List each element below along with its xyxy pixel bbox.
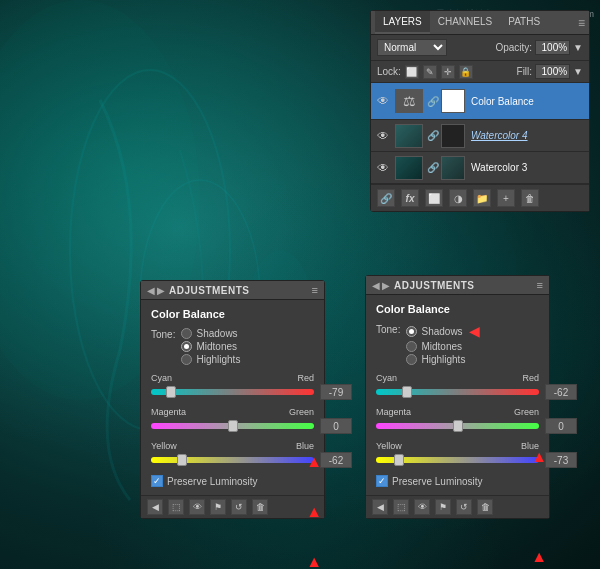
cyan-value-right: -62 — [545, 384, 577, 400]
tab-paths[interactable]: PATHS — [500, 11, 548, 34]
opacity-label: Opacity: — [495, 42, 532, 53]
adj-back-icon-right[interactable]: ◀ — [372, 499, 388, 515]
radio-highlights-right[interactable] — [406, 354, 417, 365]
layers-panel: LAYERS CHANNELS PATHS ≡ Normal Opacity: … — [370, 10, 590, 212]
yellow-blue-thumb-left[interactable] — [177, 454, 187, 466]
adj-delete-icon-left[interactable]: 🗑 — [252, 499, 268, 515]
tone-midtones-right[interactable]: Midtones — [406, 341, 479, 352]
fx-icon[interactable]: fx — [401, 189, 419, 207]
cyan-red-track-bg-left — [151, 389, 314, 395]
blue-label-right: Blue — [521, 441, 539, 451]
layer-effect-bar-0 — [579, 86, 585, 116]
fill-input[interactable] — [535, 64, 570, 79]
adj-back-icon-left[interactable]: ◀ — [147, 499, 163, 515]
layer-row-watercolor4[interactable]: 👁 🔗 Watercolor 4 — [371, 120, 589, 152]
green-label-left: Green — [289, 407, 314, 417]
tone-shadows-label-left: Shadows — [196, 328, 237, 339]
link-icon-1: 🔗 — [427, 130, 437, 141]
lock-all-btn[interactable]: 🔒 — [459, 65, 473, 79]
cyan-red-thumb-right[interactable] — [402, 386, 412, 398]
adj-eye-icon-left[interactable]: 👁 — [189, 499, 205, 515]
preserve-luminosity-right[interactable]: ✓ Preserve Luminosity — [376, 475, 539, 487]
cyan-red-track-left[interactable]: -79 — [151, 385, 314, 399]
panel-menu-icon[interactable]: ≡ — [578, 16, 585, 30]
group-icon[interactable]: 📁 — [473, 189, 491, 207]
radio-highlights-left[interactable] — [181, 354, 192, 365]
adj-arrow-left-fwd[interactable]: ▶ — [157, 285, 165, 296]
adj-menu-right[interactable]: ≡ — [537, 279, 543, 291]
eye-icon-1[interactable]: 👁 — [375, 128, 391, 144]
link-layers-icon[interactable]: 🔗 — [377, 189, 395, 207]
layer-thumb-2 — [395, 156, 423, 180]
opacity-input[interactable] — [535, 40, 570, 55]
adj-refresh-icon-left[interactable]: ↺ — [231, 499, 247, 515]
blue-label-left: Blue — [296, 441, 314, 451]
fill-area: Fill: ▼ — [517, 64, 583, 79]
magenta-green-thumb-left[interactable] — [228, 420, 238, 432]
adj-title-left: ADJUSTMENTS — [169, 285, 250, 296]
radio-midtones-right[interactable] — [406, 341, 417, 352]
tone-shadows-right[interactable]: Shadows ◀ — [406, 323, 479, 339]
opacity-arrow[interactable]: ▼ — [573, 42, 583, 53]
radio-shadows-left[interactable] — [181, 328, 192, 339]
delete-layer-icon[interactable]: 🗑 — [521, 189, 539, 207]
adj-refresh-icon-right[interactable]: ↺ — [456, 499, 472, 515]
yellow-label-left: Yellow — [151, 441, 177, 451]
yellow-value-right: -73 — [545, 452, 577, 468]
cyan-red-track-right[interactable]: -62 — [376, 385, 539, 399]
yellow-blue-track-left[interactable]: -62 — [151, 453, 314, 467]
lock-pixels-btn[interactable]: ✎ — [423, 65, 437, 79]
cyan-value-left: -79 — [320, 384, 352, 400]
magenta-label-left: Magenta — [151, 407, 186, 417]
cyan-red-thumb-left[interactable] — [166, 386, 176, 398]
adj-arrow-left-back[interactable]: ◀ — [147, 285, 155, 296]
opacity-area: Opacity: ▼ — [495, 40, 583, 55]
magenta-green-thumb-right[interactable] — [453, 420, 463, 432]
magenta-green-track-left[interactable]: 0 — [151, 419, 314, 433]
adj-delete-icon-right[interactable]: 🗑 — [477, 499, 493, 515]
adj-menu-left[interactable]: ≡ — [312, 284, 318, 296]
tab-layers[interactable]: LAYERS — [375, 11, 430, 34]
add-mask-icon[interactable]: ⬜ — [425, 189, 443, 207]
eye-icon-0[interactable]: 👁 — [375, 93, 391, 109]
adj-arrow-right-fwd[interactable]: ▶ — [382, 280, 390, 291]
green-label-right: Green — [514, 407, 539, 417]
tone-midtones-label-left: Midtones — [196, 341, 237, 352]
adj-layer-icon-left[interactable]: ⬚ — [168, 499, 184, 515]
lock-transparency-btn[interactable]: ⬜ — [405, 65, 419, 79]
tone-midtones-left[interactable]: Midtones — [181, 341, 240, 352]
radio-shadows-right[interactable] — [406, 326, 417, 337]
tab-channels[interactable]: CHANNELS — [430, 11, 500, 34]
adj-layer-icon-right[interactable]: ⬚ — [393, 499, 409, 515]
magenta-green-track-right[interactable]: 0 — [376, 419, 539, 433]
adj-arrow-right-back[interactable]: ◀ — [372, 280, 380, 291]
radio-midtones-left[interactable] — [181, 341, 192, 352]
preserve-luminosity-left[interactable]: ✓ Preserve Luminosity — [151, 475, 314, 487]
yellow-blue-track-bg-right — [376, 457, 539, 463]
yellow-blue-thumb-right[interactable] — [394, 454, 404, 466]
tone-shadows-left[interactable]: Shadows — [181, 328, 240, 339]
layer-name-0: Color Balance — [469, 96, 573, 107]
adj-header-left: ◀ ▶ ADJUSTMENTS ≡ — [141, 281, 324, 300]
layer-row-watercolor3[interactable]: 👁 🔗 Watercolor 3 — [371, 152, 589, 184]
tone-midtones-label-right: Midtones — [421, 341, 462, 352]
adjustment-icon[interactable]: ◑ — [449, 189, 467, 207]
fill-label: Fill: — [517, 66, 533, 77]
yellow-label-right: Yellow — [376, 441, 402, 451]
new-layer-icon[interactable]: + — [497, 189, 515, 207]
adj-eye-icon-right[interactable]: 👁 — [414, 499, 430, 515]
layers-controls: Normal Opacity: ▼ — [371, 35, 589, 61]
fill-arrow[interactable]: ▼ — [573, 66, 583, 77]
lock-position-btn[interactable]: ✛ — [441, 65, 455, 79]
tone-highlights-right[interactable]: Highlights — [406, 354, 479, 365]
magenta-label-right: Magenta — [376, 407, 411, 417]
adj-flag-icon-right[interactable]: ⚑ — [435, 499, 451, 515]
preserve-checkbox-right[interactable]: ✓ — [376, 475, 388, 487]
preserve-checkbox-left[interactable]: ✓ — [151, 475, 163, 487]
blend-mode-select[interactable]: Normal — [377, 39, 447, 56]
yellow-blue-track-right[interactable]: -73 — [376, 453, 539, 467]
adj-flag-icon-left[interactable]: ⚑ — [210, 499, 226, 515]
layer-row-color-balance[interactable]: 👁 ⚖ 🔗 Color Balance — [371, 83, 589, 120]
tone-highlights-left[interactable]: Highlights — [181, 354, 240, 365]
eye-icon-2[interactable]: 👁 — [375, 160, 391, 176]
